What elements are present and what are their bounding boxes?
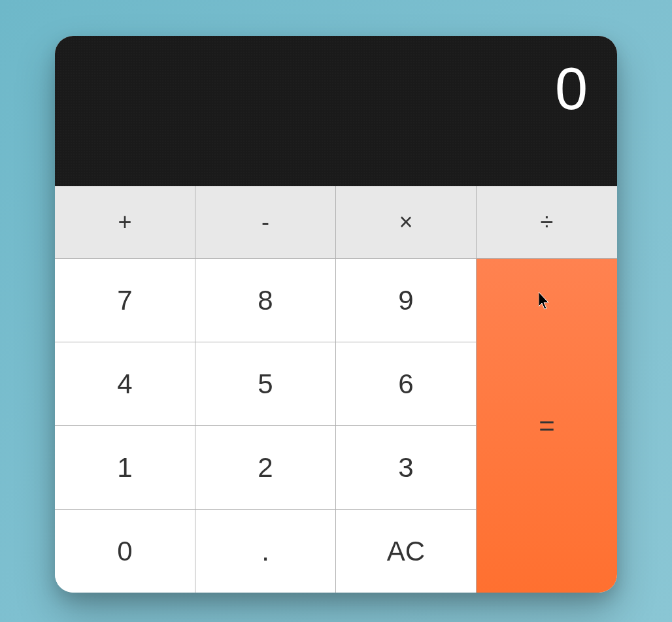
- digit-2-button[interactable]: 2: [195, 425, 336, 509]
- digit-1-button[interactable]: 1: [55, 425, 195, 509]
- digit-3-button[interactable]: 3: [336, 425, 477, 509]
- clear-button[interactable]: AC: [336, 509, 477, 593]
- digit-4-button[interactable]: 4: [55, 342, 195, 425]
- multiply-button[interactable]: ×: [336, 186, 477, 258]
- equals-button[interactable]: =: [477, 258, 617, 593]
- operators-row: + - × ÷: [55, 186, 617, 258]
- calculator-display: 0: [55, 36, 617, 186]
- digit-9-button[interactable]: 9: [336, 258, 477, 342]
- digit-5-button[interactable]: 5: [195, 342, 336, 425]
- digit-6-button[interactable]: 6: [336, 342, 477, 425]
- digit-7-button[interactable]: 7: [55, 258, 195, 342]
- digit-8-button[interactable]: 8: [195, 258, 336, 342]
- digit-0-button[interactable]: 0: [55, 509, 195, 593]
- decimal-button[interactable]: .: [195, 509, 336, 593]
- keypad: 7 8 9 = 4 5 6 1 2 3 0 . AC: [55, 258, 617, 593]
- subtract-button[interactable]: -: [195, 186, 336, 258]
- calculator: 0 + - × ÷ 7 8 9 = 4 5 6 1 2 3 0 . AC: [55, 36, 617, 593]
- divide-button[interactable]: ÷: [477, 186, 617, 258]
- display-value: 0: [555, 56, 588, 123]
- add-button[interactable]: +: [55, 186, 195, 258]
